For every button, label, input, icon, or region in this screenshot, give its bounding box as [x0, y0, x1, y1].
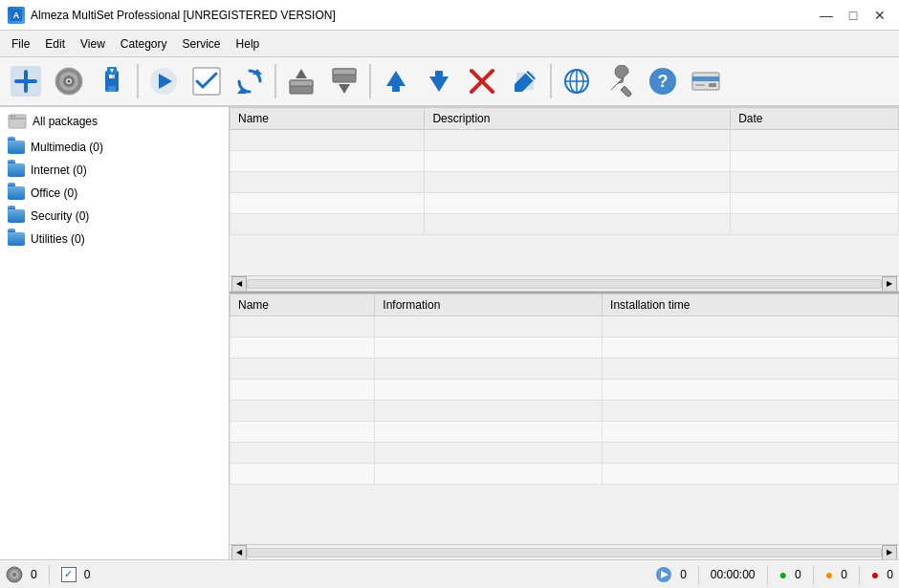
status-orange-dot: ●: [825, 567, 833, 582]
menu-edit[interactable]: Edit: [37, 34, 73, 54]
extract-up-button[interactable]: [281, 61, 321, 101]
status-count6: 0: [887, 568, 893, 581]
toolbar-separator-1: [137, 64, 139, 98]
svg-marker-28: [386, 71, 406, 86]
sidebar: All packages Multimedia (0) Internet (0)…: [0, 107, 230, 559]
check-button[interactable]: [186, 61, 227, 101]
sidebar-item-internet[interactable]: Internet (0): [0, 159, 229, 182]
svg-rect-46: [709, 83, 716, 87]
table-row: [230, 359, 899, 380]
upper-scroll-right[interactable]: ▶: [882, 276, 897, 292]
extract-down-button[interactable]: [324, 61, 364, 101]
sidebar-item-all-packages[interactable]: All packages: [0, 107, 229, 136]
close-button[interactable]: ✕: [868, 6, 891, 25]
bottom-panel: Name Information Installation time: [230, 292, 899, 559]
status-count4: 0: [795, 568, 801, 581]
toolbar-separator-3: [369, 64, 371, 98]
status-play-icon: [655, 566, 672, 583]
upper-col-description: Description: [425, 108, 731, 130]
table-row: [230, 130, 899, 151]
register-button[interactable]: [686, 61, 726, 101]
table-row: [230, 193, 899, 214]
menu-service[interactable]: Service: [175, 34, 229, 54]
security-folder-icon: [8, 209, 25, 223]
svg-rect-29: [392, 86, 400, 92]
svg-rect-14: [109, 75, 112, 78]
toolbar-separator-4: [550, 64, 552, 98]
svg-point-50: [13, 116, 15, 118]
upper-table-container: Name Description Date ◀: [230, 107, 899, 292]
table-row: [230, 172, 899, 193]
menu-view[interactable]: View: [73, 34, 113, 54]
status-time: 00:00:00: [711, 568, 756, 581]
svg-rect-31: [435, 71, 443, 76]
menu-bar: File Edit View Category Service Help: [0, 31, 899, 57]
svg-rect-23: [290, 80, 313, 86]
table-row: [230, 338, 899, 359]
disc-button[interactable]: [49, 61, 89, 101]
status-item-icon1: [6, 566, 23, 583]
network-button[interactable]: [557, 61, 597, 101]
lower-table-wrapper[interactable]: Name Information Installation time: [230, 294, 899, 544]
upper-scroll-left[interactable]: ◀: [231, 276, 247, 292]
menu-file[interactable]: File: [4, 34, 37, 54]
sidebar-item-multimedia[interactable]: Multimedia (0): [0, 136, 229, 159]
multimedia-folder-icon: [8, 141, 25, 154]
table-row: [230, 464, 899, 485]
sidebar-item-utilities[interactable]: Utilities (0): [0, 228, 229, 250]
toolbar: ?: [0, 57, 899, 107]
play-button[interactable]: [143, 61, 184, 101]
svg-point-9: [68, 80, 71, 83]
svg-marker-30: [429, 76, 449, 92]
move-up-button[interactable]: [376, 61, 416, 101]
svg-rect-48: [9, 118, 26, 120]
status-count5: 0: [841, 568, 847, 581]
svg-point-49: [11, 116, 12, 118]
lower-scroll-area: ◀ ▶: [230, 544, 899, 559]
status-sep-2: [698, 565, 699, 584]
svg-rect-26: [333, 69, 356, 75]
sidebar-item-security[interactable]: Security (0): [0, 205, 229, 228]
table-row: [230, 443, 899, 464]
lower-scroll-left[interactable]: ◀: [231, 545, 247, 560]
help-button[interactable]: ?: [643, 61, 683, 101]
refresh-button[interactable]: [230, 61, 270, 101]
upper-scrollbar-track[interactable]: [247, 279, 882, 289]
upper-table-wrapper[interactable]: Name Description Date: [230, 107, 899, 275]
svg-text:?: ?: [658, 72, 669, 91]
title-bar-left: A Almeza MultiSet Professional [UNREGIST…: [8, 7, 336, 24]
delete-button[interactable]: [462, 61, 502, 101]
move-down-button[interactable]: [419, 61, 459, 101]
title-bar: A Almeza MultiSet Professional [UNREGIST…: [0, 0, 899, 31]
toolbar-separator-2: [274, 64, 276, 98]
status-sep-3: [767, 565, 768, 584]
edit-button[interactable]: [505, 61, 545, 101]
status-item-play: [655, 566, 672, 583]
tools-button[interactable]: [600, 61, 640, 101]
upper-scroll-area: ◀ ▶: [230, 275, 899, 291]
status-red-dot: ●: [871, 567, 879, 582]
lower-scrollbar-track[interactable]: [247, 548, 882, 557]
maximize-button[interactable]: □: [842, 6, 865, 25]
svg-rect-45: [695, 84, 705, 86]
status-sep-4: [813, 565, 814, 584]
status-count2: 0: [84, 568, 91, 581]
status-check-icon: ✓: [61, 567, 77, 582]
upper-col-name: Name: [230, 108, 425, 130]
sidebar-item-office[interactable]: Office (0): [0, 182, 229, 205]
usb-button[interactable]: [92, 61, 132, 101]
internet-label: Internet (0): [31, 163, 87, 177]
svg-rect-44: [692, 76, 719, 81]
add-button[interactable]: [6, 61, 46, 101]
menu-help[interactable]: Help: [229, 34, 268, 54]
svg-rect-12: [108, 86, 116, 92]
svg-rect-15: [112, 75, 115, 78]
menu-category[interactable]: Category: [113, 34, 175, 54]
minimize-button[interactable]: —: [815, 6, 838, 25]
lower-col-information: Information: [375, 294, 603, 316]
utilities-folder-icon: [8, 232, 25, 246]
lower-scroll-right[interactable]: ▶: [882, 545, 897, 560]
table-row: [230, 151, 899, 172]
status-green-dot: ●: [779, 567, 787, 582]
status-packages-icon: [6, 566, 23, 583]
